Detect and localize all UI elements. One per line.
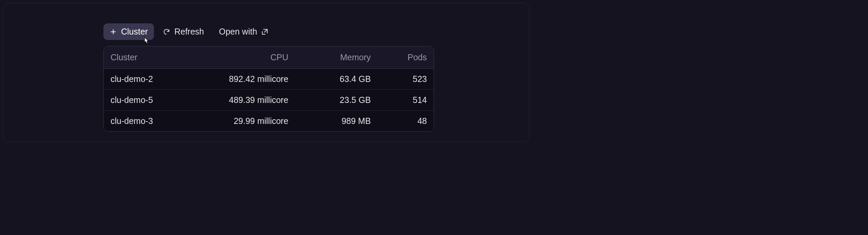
open-external-icon (261, 28, 269, 36)
open-with-button[interactable]: Open with (213, 23, 275, 40)
table-row[interactable]: clu-demo-2 892.42 millicore 63.4 GB 523 (104, 69, 434, 90)
add-cluster-label: Cluster (121, 27, 148, 37)
cluster-panel: Cluster Refresh Open with Cluster CPU Me… (3, 3, 529, 142)
cell-cpu: 489.39 millicore (203, 90, 295, 111)
col-header-memory[interactable]: Memory (295, 46, 377, 69)
col-header-cpu[interactable]: CPU (203, 46, 295, 69)
cell-cluster: clu-demo-3 (104, 111, 203, 132)
open-with-label: Open with (219, 27, 257, 37)
table-row[interactable]: clu-demo-3 29.99 millicore 989 MB 48 (104, 111, 434, 132)
refresh-label: Refresh (174, 27, 204, 37)
refresh-button[interactable]: Refresh (157, 23, 210, 40)
table-header-row: Cluster CPU Memory Pods (104, 46, 434, 69)
col-header-pods[interactable]: Pods (378, 46, 434, 69)
cell-pods: 48 (378, 111, 434, 132)
cell-cpu: 29.99 millicore (203, 111, 295, 132)
cluster-table: Cluster CPU Memory Pods clu-demo-2 892.4… (104, 46, 434, 131)
cell-pods: 514 (378, 90, 434, 111)
cell-cpu: 892.42 millicore (203, 69, 295, 90)
add-cluster-button[interactable]: Cluster (103, 23, 154, 40)
cell-memory: 989 MB (295, 111, 377, 132)
toolbar: Cluster Refresh Open with (103, 23, 434, 40)
cluster-table-wrap: Cluster CPU Memory Pods clu-demo-2 892.4… (103, 46, 434, 132)
col-header-cluster[interactable]: Cluster (104, 46, 203, 69)
refresh-icon (163, 28, 170, 36)
plus-icon (110, 28, 117, 36)
cell-pods: 523 (378, 69, 434, 90)
table-row[interactable]: clu-demo-5 489.39 millicore 23.5 GB 514 (104, 90, 434, 111)
cell-memory: 23.5 GB (295, 90, 377, 111)
cell-memory: 63.4 GB (295, 69, 377, 90)
cell-cluster: clu-demo-2 (104, 69, 203, 90)
cell-cluster: clu-demo-5 (104, 90, 203, 111)
